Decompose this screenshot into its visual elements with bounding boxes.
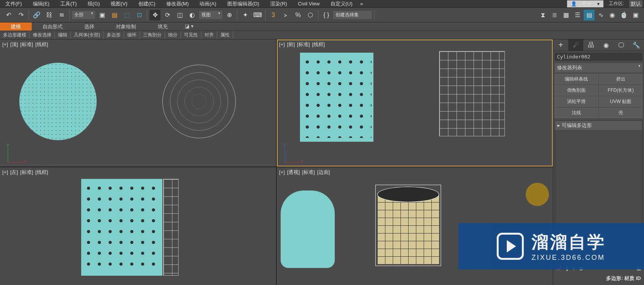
login-button[interactable]: 👤 登录 ▾ <box>567 0 603 7</box>
ribbon-panel[interactable]: 多边形建模 <box>0 31 30 39</box>
percent-snap-icon[interactable]: % <box>293 10 303 21</box>
create-tab-icon[interactable]: + <box>553 39 568 51</box>
workspace-dropdown[interactable]: 默认 <box>629 0 642 7</box>
placement-icon[interactable]: ◐ <box>187 10 198 21</box>
vp-shade[interactable]: [标准] <box>302 169 315 175</box>
curve-editor-icon[interactable]: ∿ <box>595 10 606 21</box>
unlink-icon[interactable]: ⛓ <box>44 10 55 21</box>
mod-btn-editspline[interactable]: 编辑样条线 <box>555 74 598 84</box>
material-icon[interactable]: ◉ <box>607 10 618 21</box>
snap-3-icon[interactable]: 3 <box>268 10 279 21</box>
vp-plus[interactable]: [+] <box>279 41 285 47</box>
undo-icon[interactable]: ↶ <box>3 10 14 21</box>
ref-coord-dropdown[interactable]: 视图 <box>199 11 222 19</box>
link-icon[interactable]: 🔗 <box>31 10 42 21</box>
rotate-icon[interactable]: ⟳ <box>162 10 173 21</box>
explorer-icon[interactable]: ☰ <box>572 10 583 21</box>
menu-modifiers[interactable]: 修改器(M) <box>162 0 193 7</box>
select-name-icon[interactable]: ▤ <box>109 10 120 21</box>
vp-shade[interactable]: [标准] <box>20 41 33 47</box>
ribbon-panel[interactable]: 多边形 <box>104 31 124 39</box>
ribbon-panel[interactable]: 修改选择 <box>30 31 55 39</box>
object-name-input[interactable]: Cylinder002 <box>555 53 642 61</box>
vp-mode[interactable]: [线框] <box>312 41 325 47</box>
ribbon-panel[interactable]: 几何体(全部) <box>71 31 104 39</box>
redo-icon[interactable]: ↷ <box>15 10 26 21</box>
menu-customize[interactable]: 自定义(U) <box>327 0 356 7</box>
hierarchy-tab-icon[interactable]: 品 <box>583 39 598 51</box>
viewport-front[interactable]: [+] [前] [标准] [线框] <box>277 39 553 167</box>
mod-btn-shell[interactable]: 壳 <box>599 108 643 118</box>
schematic-icon[interactable]: { } <box>321 10 332 21</box>
selection-filter-dropdown[interactable]: 全部 <box>72 11 95 19</box>
mod-btn-normal[interactable]: 法线 <box>555 108 598 118</box>
angle-snap-icon[interactable]: ⦠ <box>280 10 291 21</box>
ribbon-panel[interactable]: 可见性 <box>181 31 201 39</box>
move-icon[interactable]: ✥ <box>150 10 160 21</box>
modify-tab-icon[interactable]: ☄ <box>568 39 583 51</box>
menu-civilview[interactable]: Civil View <box>294 1 324 7</box>
mod-btn-extrude[interactable]: 挤出 <box>599 74 643 84</box>
render-setup-icon[interactable]: 🍵 <box>618 10 629 21</box>
vp-name[interactable]: [前] <box>287 41 295 47</box>
ribbon-panel[interactable]: 三角剖分 <box>140 31 165 39</box>
vp-plus[interactable]: [+] <box>2 41 8 47</box>
menu-grapheditors[interactable]: 图形编辑器(D) <box>223 0 263 7</box>
vp-plus[interactable]: [+] <box>2 169 8 175</box>
rect-select-icon[interactable]: ⬚ <box>121 10 132 21</box>
ribbon-panel[interactable]: 细分 <box>165 31 181 39</box>
ribbon-panel[interactable]: 循环 <box>124 31 140 39</box>
render-icon[interactable]: ▣ <box>630 10 641 21</box>
ribbon-tab-modeling[interactable]: 建模 <box>0 22 32 31</box>
vp-mode[interactable]: [线框] <box>35 41 48 47</box>
vp-name[interactable]: [左] <box>10 169 18 175</box>
stack-item-editablepoly[interactable]: 可编辑多边形 <box>555 121 642 130</box>
select-icon[interactable]: ▣ <box>97 10 107 21</box>
viewport-left[interactable]: [+] [左] [标准] [线框] <box>0 167 276 285</box>
manipulate-icon[interactable]: ✦ <box>240 10 250 21</box>
vp-plus[interactable]: [+] <box>279 169 285 175</box>
ribbon-panel[interactable]: 属性 <box>217 31 233 39</box>
scale-icon[interactable]: ◫ <box>174 10 185 21</box>
mirror-icon[interactable]: ⧗ <box>537 10 548 21</box>
keyboard-icon[interactable]: ⌨ <box>252 10 263 21</box>
motion-tab-icon[interactable]: ◉ <box>599 39 614 51</box>
vp-mode[interactable]: [边面] <box>317 169 330 175</box>
align-icon[interactable]: ≣ <box>549 10 560 21</box>
ribbon-panel[interactable]: 对齐 <box>201 31 217 39</box>
viewcube-icon[interactable] <box>526 183 549 206</box>
menu-file[interactable]: 文件(F) <box>2 0 26 7</box>
vp-shade[interactable]: [标准] <box>20 169 33 175</box>
utilities-tab-icon[interactable]: 🔧 <box>629 39 644 51</box>
pivot-icon[interactable]: ⊕ <box>224 10 235 21</box>
menu-group[interactable]: 组(G) <box>84 0 104 7</box>
named-selection-input[interactable]: 创建选择集 <box>333 11 372 19</box>
mod-btn-turbosmooth[interactable]: 涡轮平滑 <box>555 96 598 107</box>
ribbon-panel[interactable]: 编辑 <box>55 31 71 39</box>
ribbon-tab-populate[interactable]: 填充 <box>147 22 179 31</box>
display-tab-icon[interactable]: 🖵 <box>614 39 629 51</box>
window-crossing-icon[interactable]: ⊡ <box>134 10 145 21</box>
ribbon-tab-freeform[interactable]: 自由形式 <box>32 22 73 31</box>
vp-name[interactable]: [顶] <box>10 41 18 47</box>
vp-mode[interactable]: [线框] <box>35 169 48 175</box>
menu-animation[interactable]: 动画(A) <box>196 0 220 7</box>
rollout-header[interactable]: 多边形: 材质 ID <box>555 273 642 283</box>
menu-create[interactable]: 创建(C) <box>135 0 159 7</box>
menu-views[interactable]: 视图(V) <box>107 0 131 7</box>
viewport-top[interactable]: [+] [顶] [标准] [线框] <box>0 39 276 167</box>
ribbon-tab-selection[interactable]: 选择 <box>73 22 105 31</box>
menu-edit[interactable]: 编辑(E) <box>29 0 53 7</box>
bind-icon[interactable]: ≋ <box>56 10 67 21</box>
modifier-list-dropdown[interactable]: 修改器列表 <box>555 63 642 72</box>
menu-rendering[interactable]: 渲染(R) <box>266 0 291 7</box>
vp-name[interactable]: [透视] <box>287 169 300 175</box>
ribbon-expand-icon[interactable]: ◪ ▾ <box>182 22 197 31</box>
ribbon-tab-objpaint[interactable]: 对象绘制 <box>105 22 147 31</box>
menu-tools[interactable]: 工具(T) <box>56 0 81 7</box>
mod-btn-ffdbox[interactable]: FFD(长方体) <box>599 85 643 96</box>
mod-btn-uvwmap[interactable]: UVW 贴图 <box>599 96 643 107</box>
spinner-snap-icon[interactable]: ⬡ <box>305 10 316 21</box>
ribbon-toggle-icon[interactable]: ▤ <box>584 10 595 21</box>
vp-shade[interactable]: [标准] <box>297 41 310 47</box>
